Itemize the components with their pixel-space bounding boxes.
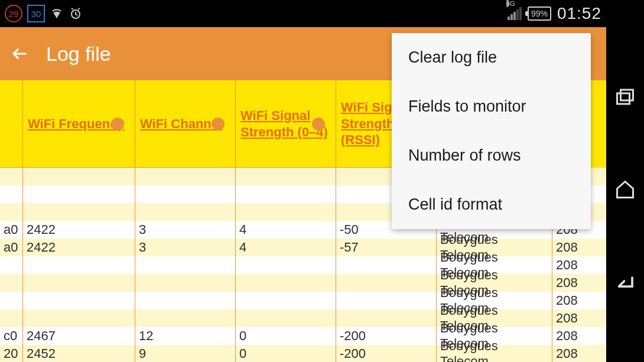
table-cell: 0 (235, 345, 336, 362)
table-cell (22, 256, 135, 274)
column-header-wifi-frequency[interactable]: WiFi Frequency (22, 80, 135, 168)
table-cell: 0 (235, 327, 336, 345)
battery-indicator: 99% (528, 6, 551, 21)
table-cell: 208 (552, 239, 588, 256)
table-cell (0, 292, 22, 309)
table-cell (235, 309, 336, 327)
table-cell (336, 309, 436, 327)
page-title: Log file (46, 43, 111, 66)
table-cell (135, 292, 235, 309)
menu-item-cell-id-format[interactable]: Cell id format (392, 180, 591, 229)
table-cell: a0 (0, 239, 22, 256)
table-cell (22, 203, 135, 221)
table-cell (336, 256, 436, 274)
table-cell: c0 (0, 327, 22, 345)
back-nav-button[interactable] (614, 270, 636, 292)
table-cell: 2452 (22, 345, 135, 362)
column-header-wifi-channel[interactable]: WiFi Channel (135, 80, 235, 168)
table-cell (0, 168, 22, 185)
svg-rect-1 (617, 93, 630, 104)
table-cell: 2422 (22, 221, 135, 239)
table-cell (135, 185, 235, 203)
recent-apps-button[interactable] (614, 88, 636, 109)
notification-badge-red: 29 (5, 5, 22, 22)
signal-icon: 4G (508, 7, 522, 20)
table-cell: Bouygues Telecom (436, 345, 552, 362)
table-cell (22, 292, 135, 309)
table-cell: -200 (336, 345, 436, 362)
table-cell: -200 (336, 327, 436, 345)
table-cell (235, 203, 336, 221)
table-cell: 208 (552, 256, 588, 274)
status-bar: 29 30 4G 99% 01:52 (0, 0, 606, 27)
table-cell (235, 292, 336, 309)
menu-item-fields-to-monitor[interactable]: Fields to monitor (392, 82, 591, 131)
table-cell: 4 (235, 239, 336, 256)
table-cell: a0 (0, 221, 22, 239)
table-cell (22, 168, 135, 185)
table-cell: 208 (552, 309, 588, 327)
system-nav-bar (606, 0, 644, 362)
table-cell: 20 (0, 345, 22, 362)
table-cell (22, 274, 135, 292)
table-cell (0, 274, 22, 292)
table-cell: 208 (552, 292, 588, 309)
table-cell: 3 (135, 221, 235, 239)
table-cell: 208 (552, 327, 588, 345)
table-cell (235, 168, 336, 185)
table-cell (0, 309, 22, 327)
menu-item-number-of-rows[interactable]: Number of rows (392, 131, 591, 180)
home-button[interactable] (614, 179, 636, 200)
table-cell: 4 (235, 221, 336, 239)
table-cell (336, 274, 436, 292)
status-clock: 01:52 (557, 4, 601, 23)
sort-dot-icon (212, 118, 225, 131)
table-cell: 3 (135, 239, 235, 256)
table-cell (135, 309, 235, 327)
notification-badge-blue: 30 (27, 5, 45, 22)
table-cell (0, 203, 22, 221)
table-cell (235, 185, 336, 203)
table-cell (135, 256, 235, 274)
table-cell (22, 309, 135, 327)
table-cell: 12 (135, 327, 235, 345)
table-cell (235, 274, 336, 292)
overflow-menu: Clear log file Fields to monitor Number … (392, 33, 591, 229)
table-cell: 2467 (22, 327, 135, 345)
hotspot-icon (50, 6, 64, 21)
alarm-icon (69, 6, 83, 21)
table-cell (135, 203, 235, 221)
sort-dot-icon (312, 118, 325, 131)
table-cell: 208 (552, 274, 588, 292)
table-row[interactable]: 20245290-200Bouygues Telecom208 (0, 345, 606, 362)
table-cell (0, 256, 22, 274)
table-cell: 2422 (22, 239, 135, 256)
table-cell (135, 274, 235, 292)
column-header-wifi-strength-04[interactable]: WiFi Signal Strength (0–4) (235, 80, 336, 168)
svg-rect-2 (621, 90, 633, 100)
column-header[interactable] (0, 80, 22, 168)
menu-item-clear-log[interactable]: Clear log file (392, 33, 591, 82)
table-cell: 208 (552, 345, 588, 362)
table-cell: 9 (135, 345, 235, 362)
table-cell (22, 185, 135, 203)
table-cell: -57 (336, 239, 436, 256)
table-cell (235, 256, 336, 274)
sort-dot-icon (111, 118, 124, 131)
table-cell (0, 185, 22, 203)
table-cell (135, 168, 235, 185)
back-button[interactable] (11, 45, 28, 63)
table-cell (336, 292, 436, 309)
